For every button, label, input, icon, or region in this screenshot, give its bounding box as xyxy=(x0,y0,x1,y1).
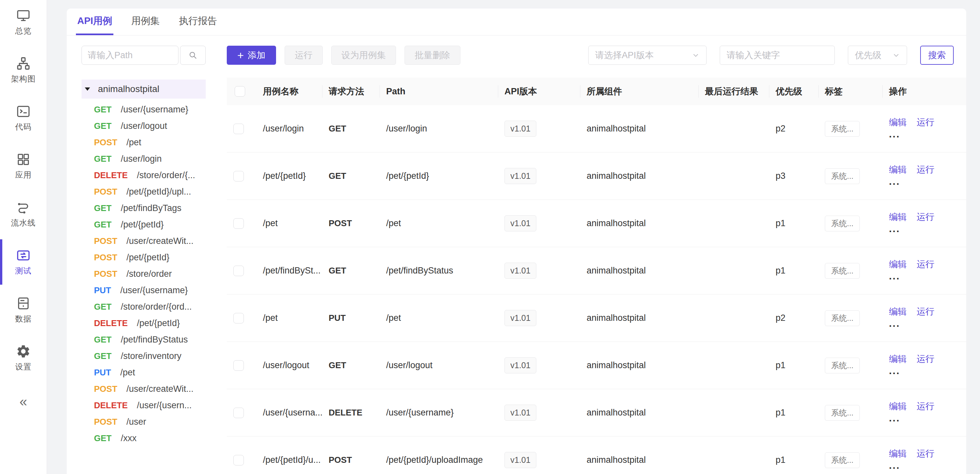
method-cell: GET xyxy=(322,360,380,371)
run-link[interactable]: 运行 xyxy=(916,258,934,270)
more-actions-icon[interactable]: ... xyxy=(889,412,966,425)
sidebar-item-apps[interactable]: 应用 xyxy=(0,152,47,180)
more-actions-icon[interactable]: ... xyxy=(889,222,966,236)
edit-link[interactable]: 编辑 xyxy=(889,211,907,223)
table-row: /pet PUT /pet v1.01 animalhostpital p2 系… xyxy=(227,294,966,342)
tree-item[interactable]: POST/pet/{petId}/upl... xyxy=(81,183,206,200)
sidebar: 总览 架构图 代码 应用 流水线 测试 数据 设置 « xyxy=(0,0,47,474)
run-link[interactable]: 运行 xyxy=(916,448,934,460)
tree-item[interactable]: GET/pet/findByStatus xyxy=(81,331,206,348)
set-caseset-button[interactable]: 设为用例集 xyxy=(331,46,396,65)
table-row: /pet POST /pet v1.01 animalhostpital p1 … xyxy=(227,200,966,247)
settings-gear-icon xyxy=(16,344,31,359)
add-button-label: 添加 xyxy=(248,49,266,61)
batch-delete-button[interactable]: 批量删除 xyxy=(404,46,460,65)
priority-cell: p1 xyxy=(769,360,818,371)
tag-badge[interactable]: 系统... xyxy=(825,216,860,231)
tree-item[interactable]: POST/pet/{petId} xyxy=(81,249,206,266)
sidebar-item-settings[interactable]: 设置 xyxy=(0,344,47,372)
version-badge: v1.01 xyxy=(504,215,536,231)
tag-badge[interactable]: 系统... xyxy=(825,121,860,137)
tab-case-sets[interactable]: 用例集 xyxy=(130,8,161,35)
sidebar-item-test[interactable]: 测试 xyxy=(0,248,47,276)
tag-badge[interactable]: 系统... xyxy=(825,452,860,468)
run-link[interactable]: 运行 xyxy=(916,353,934,365)
edit-link[interactable]: 编辑 xyxy=(889,400,907,412)
sidebar-item-overview[interactable]: 总览 xyxy=(0,8,47,36)
tree-root-animalhostpital[interactable]: animalhostpital xyxy=(81,80,206,99)
row-checkbox[interactable] xyxy=(233,171,244,181)
row-checkbox[interactable] xyxy=(233,218,244,229)
tree-item[interactable]: POST/pet xyxy=(81,134,206,151)
tree-item[interactable]: PUT/pet xyxy=(81,364,206,381)
tree-item[interactable]: GET/user/logout xyxy=(81,118,206,134)
row-checkbox[interactable] xyxy=(233,124,244,134)
tag-badge[interactable]: 系统... xyxy=(825,358,860,374)
more-actions-icon[interactable]: ... xyxy=(889,459,966,472)
path-search-button[interactable] xyxy=(180,46,206,65)
tag-badge[interactable]: 系统... xyxy=(825,168,860,184)
add-button[interactable]: + 添加 xyxy=(227,46,276,65)
sidebar-item-code[interactable]: 代码 xyxy=(0,104,47,132)
tree-item[interactable]: GET/user/login xyxy=(81,151,206,167)
tree-item[interactable]: GET/store/inventory xyxy=(81,348,206,364)
edit-link[interactable]: 编辑 xyxy=(889,116,907,128)
edit-link[interactable]: 编辑 xyxy=(889,258,907,270)
row-checkbox[interactable] xyxy=(233,407,244,418)
sidebar-item-architecture[interactable]: 架构图 xyxy=(0,56,47,84)
tab-run-reports[interactable]: 执行报告 xyxy=(177,8,218,35)
tree-item[interactable]: POST/store/order xyxy=(81,266,206,282)
edit-link[interactable]: 编辑 xyxy=(889,448,907,460)
tree-item[interactable]: POST/user/createWit... xyxy=(81,381,206,397)
version-badge: v1.01 xyxy=(504,262,536,279)
tree-item[interactable]: DELETE/pet/{petId} xyxy=(81,315,206,331)
tree-item[interactable]: GET/xxx xyxy=(81,430,206,446)
keyword-input[interactable] xyxy=(720,46,835,65)
path-label: /user/{username} xyxy=(121,105,188,115)
select-all-checkbox[interactable] xyxy=(235,86,245,97)
tag-badge[interactable]: 系统... xyxy=(825,310,860,326)
tag-badge[interactable]: 系统... xyxy=(825,405,860,421)
run-link[interactable]: 运行 xyxy=(916,164,934,175)
sidebar-item-pipeline[interactable]: 流水线 xyxy=(0,200,47,228)
content: animalhostpital GET/user/{username} GET/… xyxy=(67,35,966,474)
sidebar-collapse-button[interactable]: « xyxy=(19,394,27,410)
run-link[interactable]: 运行 xyxy=(916,400,934,412)
method-cell: GET xyxy=(322,171,380,181)
tree-item[interactable]: DELETE/store/order/{... xyxy=(81,167,206,183)
more-actions-icon[interactable]: ... xyxy=(889,175,966,188)
run-button[interactable]: 运行 xyxy=(285,46,323,65)
row-checkbox[interactable] xyxy=(233,313,244,323)
tag-badge[interactable]: 系统... xyxy=(825,263,860,279)
edit-link[interactable]: 编辑 xyxy=(889,306,907,318)
more-actions-icon[interactable]: ... xyxy=(889,270,966,283)
path-search-input[interactable] xyxy=(81,46,178,65)
more-actions-icon[interactable]: ... xyxy=(889,364,966,378)
tree-item[interactable]: DELETE/user/{usern... xyxy=(81,397,206,414)
run-link[interactable]: 运行 xyxy=(916,211,934,223)
tree-item[interactable]: GET/user/{username} xyxy=(81,101,206,118)
tree-item[interactable]: GET/store/order/{ord... xyxy=(81,299,206,315)
run-link[interactable]: 运行 xyxy=(916,116,934,128)
priority-select[interactable]: 优先级 xyxy=(848,46,907,65)
run-link[interactable]: 运行 xyxy=(916,306,934,318)
search-button[interactable]: 搜索 xyxy=(920,46,954,65)
more-actions-icon[interactable]: ... xyxy=(889,317,966,330)
tree-item[interactable]: PUT/user/{username} xyxy=(81,282,206,299)
api-version-select[interactable]: 请选择API版本 xyxy=(588,46,706,65)
row-checkbox[interactable] xyxy=(233,455,244,466)
method-cell: DELETE xyxy=(322,407,380,418)
row-checkbox[interactable] xyxy=(233,266,244,276)
more-actions-icon[interactable]: ... xyxy=(889,127,966,141)
tab-api-cases[interactable]: API用例 xyxy=(76,8,113,35)
tree-item[interactable]: GET/pet/{petId} xyxy=(81,216,206,233)
edit-link[interactable]: 编辑 xyxy=(889,164,907,175)
tree-item[interactable]: GET/pet/findByTags xyxy=(81,200,206,216)
row-checkbox[interactable] xyxy=(233,360,244,371)
api-tree-panel: animalhostpital GET/user/{username} GET/… xyxy=(67,35,206,474)
tree-item[interactable]: POST/user/createWit... xyxy=(81,233,206,249)
tree-item[interactable]: POST/user xyxy=(81,414,206,430)
path-label: /user/createWit... xyxy=(127,236,194,246)
sidebar-item-data[interactable]: 数据 xyxy=(0,296,47,324)
edit-link[interactable]: 编辑 xyxy=(889,353,907,365)
